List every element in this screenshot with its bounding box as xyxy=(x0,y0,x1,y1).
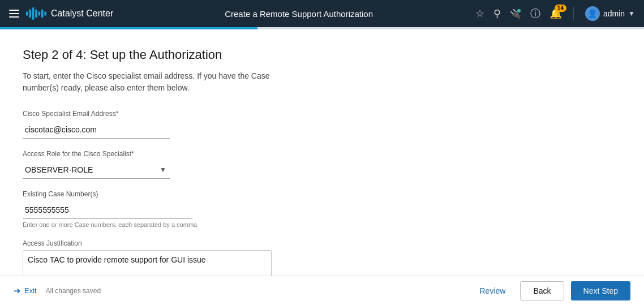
back-button[interactable]: Back xyxy=(520,281,564,300)
email-group: Cisco Specialist Email Address* xyxy=(23,110,621,139)
app-title: Catalyst Center xyxy=(51,8,113,19)
nav-divider xyxy=(573,7,574,20)
signal-icon[interactable]: 🔌 xyxy=(510,8,521,19)
case-input-row xyxy=(23,201,621,219)
justification-label: Access Justification xyxy=(23,239,621,247)
page-title: Create a Remote Support Authorization xyxy=(225,9,373,19)
exit-label: Exit xyxy=(24,286,37,295)
case-number-label: Existing Case Number(s) xyxy=(23,190,621,198)
case-number-field[interactable] xyxy=(23,201,192,219)
svg-rect-6 xyxy=(44,11,46,15)
role-group: Access Role for the Cisco Specialist* OB… xyxy=(23,150,621,179)
svg-rect-4 xyxy=(38,11,41,15)
top-nav: Catalyst Center Create a Remote Support … xyxy=(0,0,644,27)
notification-badge: 14 xyxy=(555,5,566,12)
exit-button[interactable]: ➔ Exit xyxy=(14,286,37,296)
step-desc-line1: To start, enter the Cisco specialist ema… xyxy=(23,71,270,80)
nav-center: Create a Remote Support Authorization xyxy=(122,9,475,19)
step-description: To start, enter the Cisco specialist ema… xyxy=(23,70,621,94)
nav-logo: Catalyst Center xyxy=(26,7,113,20)
role-select-wrapper: OBSERVER-ROLE ADMIN-ROLE READ-ONLY-ROLE … xyxy=(23,161,170,179)
main-content: Step 2 of 4: Set up the Authorization To… xyxy=(0,29,644,276)
footer: ➔ Exit All changes saved Review Back Nex… xyxy=(0,276,644,305)
chevron-down-icon: ▼ xyxy=(628,10,635,18)
justification-group: Access Justification Cisco TAC to provid… xyxy=(23,239,621,276)
justification-textarea[interactable]: Cisco TAC to provide remote support for … xyxy=(23,250,272,276)
search-icon[interactable]: ⚲ xyxy=(493,7,501,20)
user-name: admin xyxy=(603,9,625,18)
help-icon[interactable]: ⓘ xyxy=(530,7,540,20)
hamburger-menu[interactable] xyxy=(9,10,19,18)
review-button[interactable]: Review xyxy=(471,283,513,299)
svg-rect-0 xyxy=(26,11,28,15)
svg-rect-1 xyxy=(29,10,31,18)
star-icon[interactable]: ☆ xyxy=(475,7,484,20)
email-label: Cisco Specialist Email Address* xyxy=(23,110,621,118)
notification-icon[interactable]: 🔔 14 xyxy=(549,7,562,20)
svg-rect-3 xyxy=(35,10,37,18)
case-number-group: Existing Case Number(s) Enter one or mor… xyxy=(23,190,621,228)
user-menu[interactable]: 👤 admin ▼ xyxy=(585,6,635,21)
case-number-hint: Enter one or more Case numbers, each sep… xyxy=(23,221,621,228)
footer-actions: Review Back Next Step xyxy=(471,281,630,300)
nav-actions: ☆ ⚲ 🔌 ⓘ 🔔 14 👤 admin ▼ xyxy=(475,6,635,21)
role-select[interactable]: OBSERVER-ROLE ADMIN-ROLE READ-ONLY-ROLE xyxy=(23,161,170,179)
step-title: Step 2 of 4: Set up the Authorization xyxy=(23,48,621,62)
step-desc-line2: number(s) ready, please also enter them … xyxy=(23,83,190,92)
user-avatar: 👤 xyxy=(585,6,600,21)
next-step-button[interactable]: Next Step xyxy=(571,281,630,300)
saved-status: All changes saved xyxy=(46,287,101,295)
svg-rect-2 xyxy=(32,7,35,20)
email-field[interactable] xyxy=(23,121,170,139)
svg-rect-5 xyxy=(41,10,44,18)
role-label: Access Role for the Cisco Specialist* xyxy=(23,150,621,158)
exit-icon: ➔ xyxy=(14,286,21,296)
